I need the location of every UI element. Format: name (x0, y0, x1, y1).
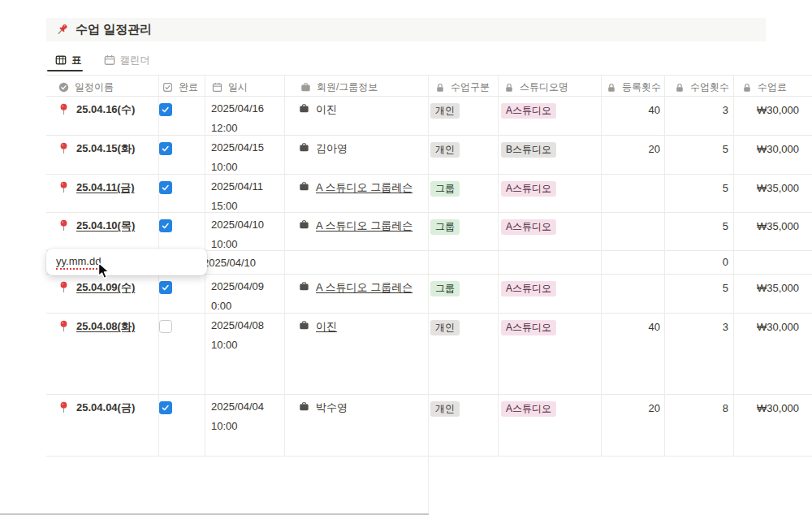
studio-cell[interactable]: A스튜디오 (501, 180, 556, 197)
schedule-name-input[interactable]: yy.mm.dd (56, 255, 101, 270)
column-header-label: 스튜디오명 (520, 80, 568, 94)
briefcase-icon (299, 219, 309, 230)
date-cell[interactable]: 2025/04/10 (203, 253, 256, 273)
schedule-name-cell[interactable]: 25.04.16(수) (58, 102, 135, 116)
reg-count-value[interactable]: 20 (601, 401, 660, 415)
complete-checkbox[interactable] (159, 401, 172, 414)
column-header-fee[interactable]: 수업료 (742, 80, 787, 94)
table-row: 25.04.09(수)2025/04/090:00A 스튜디오 그룹레슨그룹A스… (0, 274, 812, 313)
schedule-name-cell[interactable]: 25.04.11(금) (58, 180, 135, 194)
date-text: 2025/04/10 (211, 215, 264, 235)
column-header-studio[interactable]: 스튜디오명 (504, 80, 568, 94)
class-type-cell[interactable]: 개인 (430, 102, 460, 119)
fee-value[interactable]: ₩30,000 (719, 142, 799, 156)
fee-value[interactable]: ₩30,000 (719, 103, 799, 117)
member-cell[interactable]: A 스튜디오 그룹레슨 (299, 180, 412, 194)
column-header-name[interactable]: 일정이름 (58, 80, 114, 94)
datetime-cell[interactable]: 2025/04/0810:00 (211, 316, 264, 355)
tab-table[interactable]: 표 (55, 54, 82, 67)
complete-checkbox[interactable] (159, 103, 172, 116)
complete-checkbox[interactable] (159, 142, 172, 155)
studio-cell[interactable]: A스튜디오 (501, 319, 556, 335)
class-type-tag: 개인 (430, 401, 460, 417)
studio-cell[interactable]: A스튜디오 (501, 102, 556, 119)
datetime-cell[interactable]: 2025/04/1010:00 (211, 215, 264, 254)
schedule-name-cell[interactable]: 25.04.04(금) (58, 400, 135, 414)
complete-checkbox[interactable] (159, 181, 172, 194)
table-grid-icon (55, 54, 67, 66)
member-cell[interactable]: 김아영 (299, 141, 348, 155)
briefcase-icon (299, 181, 309, 192)
complete-checkbox[interactable] (159, 281, 172, 294)
column-header-reg_count[interactable]: 등록횟수 (607, 80, 661, 94)
pin-icon (58, 320, 69, 332)
column-header-label: 수업료 (758, 80, 787, 94)
lock-icon (504, 83, 514, 93)
lock-icon (435, 83, 445, 93)
studio-cell[interactable]: B스튜디오 (501, 141, 556, 158)
schedule-name: 25.04.11(금) (76, 180, 135, 194)
member-cell[interactable]: A 스튜디오 그룹레슨 (299, 219, 412, 232)
schedule-name: 25.04.04(금) (76, 400, 135, 414)
tab-label: 표 (71, 54, 82, 67)
class-type-tag: 그룹 (430, 181, 460, 197)
studio-cell[interactable]: A스튜디오 (501, 219, 556, 235)
column-divider (428, 456, 429, 515)
pin-icon (58, 181, 69, 193)
studio-tag: A스튜디오 (501, 103, 556, 119)
column-header-datetime[interactable]: 일시 (212, 80, 248, 94)
class-type-cell[interactable]: 그룹 (430, 180, 460, 197)
member-cell[interactable]: 박수영 (299, 400, 348, 414)
class-type-cell[interactable]: 그룹 (430, 219, 460, 235)
class-type-cell[interactable]: 개인 (430, 319, 460, 335)
column-header-label: 일정이름 (75, 80, 114, 94)
member-cell[interactable]: 이진 (299, 319, 337, 333)
complete-checkbox[interactable] (159, 219, 172, 232)
pushpin-icon (55, 23, 69, 37)
column-header-type[interactable]: 수업구분 (435, 80, 490, 94)
member-cell[interactable]: A 스튜디오 그룹레슨 (299, 280, 412, 294)
class-type-tag: 그룹 (430, 281, 460, 296)
complete-checkbox[interactable] (159, 320, 172, 333)
member-name: 이진 (316, 102, 337, 116)
fee-value[interactable]: ₩35,000 (719, 181, 799, 195)
reg-count-value[interactable]: 40 (601, 103, 660, 117)
datetime-cell[interactable]: 2025/04/1510:00 (211, 138, 264, 177)
schedule-name-cell[interactable]: 25.04.08(화) (58, 319, 135, 333)
fee-value[interactable]: ₩35,000 (719, 219, 799, 233)
column-header-done[interactable]: 완료 (162, 80, 198, 94)
member-name: A 스튜디오 그룹레슨 (316, 219, 412, 232)
row-divider (46, 75, 812, 76)
reg-count-value[interactable]: 40 (601, 320, 660, 334)
lock-icon (675, 83, 685, 93)
class-count-value: 0 (666, 255, 728, 269)
column-header-label: 완료 (179, 80, 198, 94)
page-header: 수업 일정관리 (46, 18, 766, 41)
schedule-name-cell[interactable]: 25.04.10(목) (58, 219, 135, 232)
calendar-icon (212, 82, 222, 93)
datetime-cell[interactable]: 2025/04/0410:00 (211, 397, 264, 436)
class-type-cell[interactable]: 그룹 (430, 280, 460, 296)
datetime-cell[interactable]: 2025/04/1612:00 (211, 99, 264, 138)
reg-count-value[interactable]: 20 (601, 142, 660, 156)
member-name: 박수영 (316, 400, 348, 414)
tab-calendar[interactable]: 캘린더 (104, 54, 151, 67)
studio-cell[interactable]: A스튜디오 (501, 400, 556, 417)
table-row: 25.04.15(화)2025/04/1510:00김아영개인B스튜디오205₩… (0, 135, 812, 174)
column-header-class_count[interactable]: 수업횟수 (675, 80, 729, 94)
datetime-cell[interactable]: 2025/04/090:00 (211, 277, 264, 316)
schedule-name-cell[interactable]: 25.04.15(화) (58, 141, 135, 155)
studio-cell[interactable]: A스튜디오 (501, 280, 556, 296)
column-header-label: 수업횟수 (690, 80, 729, 94)
member-cell[interactable]: 이진 (299, 102, 337, 116)
datetime-cell[interactable]: 2025/04/1115:00 (211, 177, 263, 216)
pin-icon (58, 401, 69, 413)
pin-icon (58, 281, 69, 293)
class-type-cell[interactable]: 개인 (430, 141, 460, 158)
fee-value[interactable]: ₩30,000 (719, 401, 799, 415)
fee-value[interactable]: ₩30,000 (719, 320, 799, 334)
class-type-cell[interactable]: 개인 (430, 400, 460, 417)
fee-value[interactable]: ₩35,000 (719, 281, 799, 295)
column-header-member[interactable]: 회원/그룹정보 (300, 80, 378, 94)
page-title[interactable]: 수업 일정관리 (76, 22, 152, 37)
